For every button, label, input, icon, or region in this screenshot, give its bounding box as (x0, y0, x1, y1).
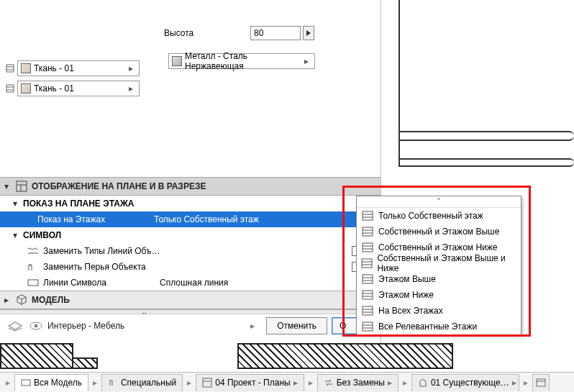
popup-item-label: Собственный и Этажом Выше и Ниже (377, 253, 516, 273)
popup-item-label: Собственный и Этажом Выше (378, 227, 499, 237)
row-replace-line-types[interactable]: Заменить Типы Линий Объ… (0, 243, 381, 259)
tab-label: Специальный (121, 378, 176, 388)
section-model[interactable]: ▸ МОДЕЛЬ (0, 291, 381, 309)
popup-item-label: Только Собственный этаж (378, 211, 483, 221)
popup-item[interactable]: Этажом Выше (357, 271, 521, 287)
popup-item[interactable]: На Всех Этажах (357, 303, 521, 319)
settings-panel: Высота Ткань - 01 ▸ (0, 0, 381, 360)
swap-icon (324, 378, 334, 388)
chevron-right-icon: ▸ (250, 321, 262, 331)
chevron-right-icon: ▸ (293, 378, 298, 388)
section-display-plan-section[interactable]: ▾ ОТОБРАЖЕНИЕ НА ПЛАНЕ И В РАЗРЕЗЕ (0, 177, 381, 196)
scroll-up-icon[interactable]: ˄ (357, 196, 521, 208)
floor-icon (361, 210, 374, 222)
row-label: Заменить Типы Линий Объ… (43, 246, 187, 256)
drawing-line (398, 158, 574, 167)
layers-icon (21, 378, 31, 388)
eye-icon[interactable] (29, 320, 43, 332)
stepper-button[interactable] (303, 26, 314, 40)
chevron-right-icon[interactable]: ▸ (306, 374, 316, 391)
layers-icon (6, 319, 24, 333)
row-replace-pens[interactable]: Заменить Перья Объекта (0, 259, 381, 275)
dialog-footer: Интерьер - Мебель ▸ Отменить О (0, 314, 381, 337)
row-value: Сплошная линия (160, 278, 360, 288)
material-label: Металл - Сталь Нержавеющая (185, 51, 299, 71)
svg-rect-2 (6, 85, 14, 92)
subsection-floor-plan-show[interactable]: ▾ ПОКАЗ НА ПЛАНЕ ЭТАЖА (0, 196, 381, 211)
floor-icon (361, 321, 374, 332)
chevron-right-icon[interactable]: ▸ (400, 374, 410, 391)
height-input[interactable] (250, 26, 301, 40)
row-label: Показ на Этажах (37, 214, 151, 224)
cancel-button[interactable]: Отменить (266, 317, 327, 334)
material-fabric-2[interactable]: Ткань - 01 ▸ (17, 81, 140, 96)
row-show-on-floors[interactable]: Показ на Этажах Только Собственный этаж … (0, 211, 381, 227)
svg-rect-14 (363, 322, 373, 331)
tab-no-replacement[interactable]: Без Замены ▸ (317, 374, 398, 391)
popup-item[interactable]: Собственный и Этажом Выше (357, 224, 521, 240)
row-symbol-lines[interactable]: Линии Символа Сплошная линия ▸ (0, 275, 381, 291)
line-icon (26, 276, 40, 289)
building-icon (418, 378, 428, 388)
subsection-label: СИМВОЛ (23, 230, 137, 240)
floor-icon (361, 242, 374, 253)
svg-rect-16 (203, 378, 211, 387)
cube-icon (16, 294, 27, 306)
floor-icon (361, 226, 374, 237)
section-title: МОДЕЛЬ (32, 295, 70, 305)
chevron-right-icon: ▸ (512, 378, 516, 388)
svg-marker-0 (306, 30, 311, 36)
popup-item-label: Этажом Ниже (378, 290, 434, 300)
section-hatch (0, 343, 574, 369)
subsection-symbol[interactable]: ▾ СИМВОЛ (0, 227, 381, 243)
tab-special[interactable]: Специальный (101, 374, 183, 391)
tab-more[interactable] (532, 374, 550, 391)
chevron-right-icon[interactable]: ▸ (90, 374, 100, 391)
floor-display-popup[interactable]: ˄ Только Собственный этажСобственный и Э… (356, 196, 521, 335)
row-label: Заменить Перья Объекта (43, 262, 187, 272)
collapse-arrow-icon: ▸ (4, 295, 12, 305)
material-fabric-1[interactable]: Ткань - 01 ▸ (17, 60, 140, 76)
layer-name[interactable]: Интерьер - Мебель (47, 321, 246, 331)
svg-rect-12 (363, 291, 373, 299)
popup-item[interactable]: Все Релевантные Этажи (357, 319, 521, 334)
svg-rect-10 (362, 259, 372, 268)
chevron-right-icon: ▸ (126, 63, 136, 73)
plan-icon (202, 378, 212, 388)
svg-rect-15 (22, 380, 30, 386)
popup-item-label: На Всех Этажах (378, 306, 443, 316)
subsection-label: ПОКАЗ НА ПЛАНЕ ЭТАЖА (23, 199, 137, 209)
height-label: Высота (164, 28, 250, 38)
svg-rect-7 (363, 211, 373, 220)
floor-icon (361, 289, 374, 301)
tab-label: Без Замены (337, 378, 385, 388)
floor-icon (361, 257, 373, 269)
material-label: Ткань - 01 (34, 63, 123, 73)
section-title: ОТОБРАЖЕНИЕ НА ПЛАНЕ И В РАЗРЕЗЕ (32, 181, 206, 191)
chevron-right-icon[interactable]: ▸ (3, 374, 13, 391)
chevron-right-icon[interactable]: ▸ (184, 374, 194, 391)
pen-icon (108, 378, 118, 388)
link-icon (4, 60, 16, 76)
row-label: Линии Символа (43, 278, 157, 288)
material-steel[interactable]: Металл - Сталь Нержавеющая ▸ (168, 53, 315, 69)
tab-project-plans[interactable]: 04 Проект - Планы ▸ (196, 374, 304, 391)
tab-existing[interactable]: 01 Существующе… ▸ (411, 374, 519, 391)
tab-label: 01 Существующе… (431, 378, 509, 388)
popup-item[interactable]: Собственный и Этажом Выше и Ниже (357, 255, 521, 271)
svg-rect-3 (17, 181, 27, 191)
tab-strip: ▸ Вся Модель ▸ Специальный ▸ 04 Проект -… (0, 372, 574, 392)
popup-item[interactable]: Этажом Ниже (357, 287, 521, 303)
link-icon (4, 81, 16, 96)
collapse-arrow-icon: ▾ (4, 181, 12, 191)
popup-item[interactable]: Только Собственный этаж (357, 208, 521, 224)
material-swatch-icon (172, 56, 182, 66)
chevron-right-icon: ▸ (388, 378, 392, 388)
material-swatch-icon (21, 83, 31, 94)
calendar-icon (536, 378, 546, 388)
row-value: Только Собственный этаж (154, 214, 362, 224)
chevron-right-icon[interactable]: ▸ (521, 374, 531, 391)
drawing-line (398, 131, 574, 141)
tab-label: Вся Модель (34, 378, 82, 388)
tab-all-model[interactable]: Вся Модель (14, 374, 88, 391)
